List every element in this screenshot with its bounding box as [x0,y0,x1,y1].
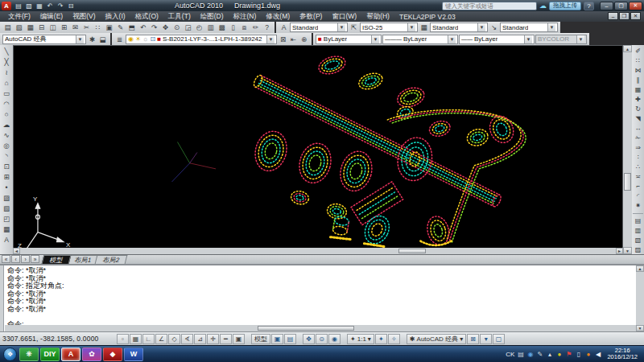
zoom-icon[interactable]: ⊙ [316,334,328,344]
3ddwf-icon[interactable]: ✉ [70,23,80,32]
status-menu-icon[interactable]: ▾ [480,334,492,344]
vscroll-thumb[interactable] [624,173,631,191]
tab-next-icon[interactable]: › [21,255,30,263]
bring-to-front-icon[interactable]: ▤ [633,216,643,225]
autoscale-icon[interactable]: ✧ [388,334,400,344]
menu-parametric[interactable]: 参数(P) [295,11,327,22]
insert-block-icon[interactable]: ⊡ [2,161,12,171]
table-style-dropdown[interactable]: Standard▼ [430,23,488,32]
paste-icon[interactable]: ▣ [104,23,114,32]
steering-wheel-icon[interactable]: ◉ [328,334,341,344]
start-button[interactable]: ❖ [3,348,17,361]
stretch-icon[interactable]: ↔ [633,124,643,134]
chevron-down-icon[interactable]: ▼ [547,23,555,31]
menu-draw[interactable]: 绘图(D) [196,11,229,22]
zoom-previous-icon[interactable]: ◴ [194,23,204,32]
open-icon[interactable]: ▧ [14,23,24,32]
clean-screen-icon[interactable]: ▢ [493,334,505,344]
sheetset-icon[interactable]: ⧈ [239,23,250,32]
new-file-icon[interactable]: ▤ [14,2,23,10]
menu-window[interactable]: 窗口(W) [327,11,361,22]
qp-toggle[interactable]: ▣ [233,334,245,344]
break-icon[interactable]: ∴ [633,162,643,171]
send-to-back-icon[interactable]: ▥ [633,225,643,235]
taskbar-clock[interactable]: 22:16 2016/12/12 [604,348,641,361]
ellipse-icon[interactable]: ◎ [2,140,12,150]
scroll-left-icon[interactable]: ◄ [13,248,20,254]
join-icon[interactable]: ≍ [633,171,643,181]
trim-icon[interactable]: ✁ [633,134,643,143]
doc-restore-button[interactable]: ❐ [619,12,630,20]
polar-toggle[interactable]: ∠ [155,334,167,344]
toolbar-lock-icon[interactable]: ⊠ [467,334,479,344]
close-button[interactable]: ✕ [629,2,642,10]
open-icon[interactable]: ▧ [24,2,34,10]
annotation-visibility-icon[interactable]: ✦ [375,334,387,344]
toolpalettes-icon[interactable]: ▯ [228,23,238,32]
menu-insert[interactable]: 插入(I) [101,11,130,22]
workspace-dropdown[interactable]: AutoCAD 经典▼ [2,35,86,44]
zoom-window-icon[interactable]: ◲ [183,23,193,32]
revision-cloud-icon[interactable]: ☁ [2,119,12,130]
app-icon-diy[interactable]: DIY [40,348,60,361]
polyline-icon[interactable]: ≀ [2,67,12,77]
tab-prev-icon[interactable]: ‹ [11,255,20,263]
send-under-icon[interactable]: ▨ [633,245,643,254]
linetype-dropdown[interactable]: ——— ByLayer▼ [382,35,458,44]
app-icon-swirl[interactable]: ❋ [19,348,39,361]
plot-preview-icon[interactable]: ◫ [47,23,58,32]
menu-modify[interactable]: 修改(M) [261,11,295,22]
layer-states-icon[interactable]: ⊕ [299,35,309,44]
dim-style-dropdown[interactable]: ISO-25▼ [360,23,418,32]
scroll-up-icon[interactable]: ▲ [623,45,632,52]
menu-tekla2pip[interactable]: TEKLA2PIP V2.03 [394,11,460,22]
menu-format[interactable]: 格式(O) [130,11,163,22]
redo-icon[interactable]: ↷ [149,23,159,32]
layer-previous-icon[interactable]: ⇤ [288,35,299,44]
cut-icon[interactable]: ✂ [81,23,92,32]
scale-icon[interactable]: ◥ [633,114,643,124]
chevron-down-icon[interactable]: ▼ [477,23,485,31]
doc-close-button[interactable]: ✕ [630,12,641,20]
save-icon[interactable]: ▦ [35,2,44,10]
copy-icon[interactable]: ∷ [633,56,643,66]
chevron-down-icon[interactable]: ▼ [524,35,532,43]
layer-on-bulb-icon[interactable]: ◉ [128,35,134,43]
autocad-logo-icon[interactable]: A [2,2,11,10]
menu-file[interactable]: 文件(F) [3,11,35,22]
quick-view-drawings-icon[interactable]: ▤ [284,334,296,344]
device-icon[interactable]: ▯ [575,351,582,358]
hatch-icon[interactable]: ▨ [2,192,12,203]
make-block-icon[interactable]: ⊞ [2,171,12,182]
chamfer-icon[interactable]: ⌐ [633,181,643,191]
move-icon[interactable]: ✚ [633,95,643,105]
layer-properties-icon[interactable]: ≣ [114,35,125,44]
otrack-toggle[interactable]: ∢ [181,334,193,344]
update-icon[interactable]: ● [584,351,592,358]
layer-color-swatch[interactable]: ■ [157,35,161,43]
cloud-icon[interactable]: ☁ [539,2,547,10]
undo-icon[interactable]: ↶ [138,23,148,32]
redo-icon[interactable]: ↷ [56,2,65,10]
chevron-down-icon[interactable]: ▼ [337,23,345,31]
rectangle-icon[interactable]: ▭ [2,88,12,98]
drawing-canvas[interactable]: Y X Z [13,45,623,248]
app-icon-red[interactable]: ◆ [103,348,122,361]
explode-icon[interactable]: ✷ [633,200,643,210]
menu-edit[interactable]: 编辑(E) [35,11,68,22]
arc-icon[interactable]: ◠ [2,98,12,109]
security-flag-icon[interactable]: ⚑ [565,351,572,358]
erase-icon[interactable]: ✐ [633,47,643,56]
plot-icon[interactable]: ⊟ [66,2,76,10]
pan-icon[interactable]: ✥ [160,23,171,32]
line-icon[interactable]: ╲ [2,46,12,56]
chevron-down-icon[interactable]: ▼ [371,35,379,43]
plot-icon[interactable]: ⊟ [36,23,47,32]
tab-first-icon[interactable]: « [2,255,10,263]
coordinates-readout[interactable]: 3307.6651, -382.1585, 0.0000 [2,335,115,343]
app-icon-autocad[interactable]: A [61,348,80,361]
chevron-down-icon[interactable]: ▼ [266,35,275,43]
doc-minimize-button[interactable]: – [608,12,618,20]
save-icon[interactable]: ▦ [25,23,35,32]
color-dropdown[interactable]: ■ ByLayer▼ [316,35,382,44]
